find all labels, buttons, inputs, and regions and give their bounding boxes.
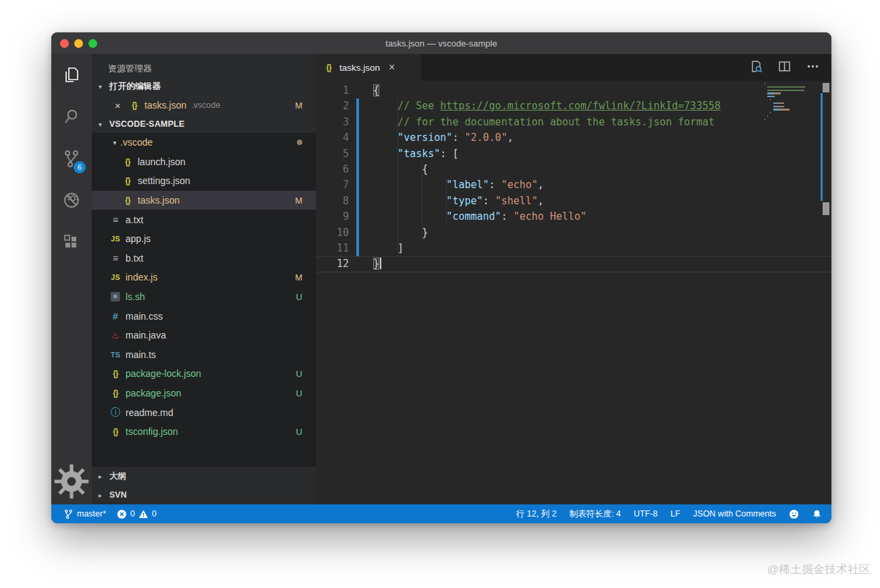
code-line-4[interactable]: 4 "version": "2.0.0", [316,130,831,146]
titlebar[interactable]: tasks.json — vscode-sample [51,32,831,54]
close-tab-icon[interactable]: × [389,61,395,74]
code-line-11[interactable]: 11 ] [316,241,831,256]
sidebar-sections: ▸大纲▸SVN [92,466,316,504]
open-changes-button[interactable] [750,60,763,76]
activity-bar: 6 [51,54,92,504]
close-editor-icon[interactable]: × [115,100,128,111]
text-cursor [380,258,381,269]
activity-source-control[interactable]: 6 [51,138,92,179]
open-editors-header[interactable]: ▾ 打开的编辑器 [92,78,316,95]
js-icon: JS [109,235,121,243]
tree-item-ls.sh[interactable]: ≡ls.shU [92,287,316,307]
code-line-8[interactable]: 8 "type": "shell", [316,194,831,209]
java-icon: ♨ [109,330,121,341]
tree-item-a.txt[interactable]: ≡a.txt [92,210,316,229]
line-number: 2 [316,98,349,114]
code-line-5[interactable]: 5 "tasks": [ [316,146,831,162]
status-cursor-position[interactable]: 行 12, 列 2 [516,508,557,520]
gutter-modified-indicator [349,162,373,177]
braces-icon: {} [121,176,134,185]
braces-icon: {} [121,157,134,167]
tree-item-main.java[interactable]: ♨main.java [92,326,316,345]
activity-debug-disabled[interactable] [51,179,92,221]
tab-bar: {} tasks.json × [316,54,831,81]
git-status-dot [297,140,302,145]
activity-search[interactable] [51,96,92,138]
feedback-smiley-icon[interactable] [789,509,799,519]
notifications-bell-icon[interactable] [812,509,822,519]
braces-icon: {} [109,369,121,378]
code-line-3[interactable]: 3 // for the documentation about the tas… [316,115,831,130]
code-line-7[interactable]: 7 "label": "echo", [316,177,831,193]
scm-badge: 6 [74,161,86,173]
gutter-modified-indicator [349,209,373,225]
status-eol[interactable]: LF [670,509,680,519]
git-status-badge: U [296,369,302,379]
git-status-badge: M [295,100,302,111]
chevron-right-icon: ▸ [99,473,109,480]
code-line-6[interactable]: 6 { [316,162,831,177]
tree-item-main.ts[interactable]: TSmain.ts [92,345,316,365]
explorer-sidebar: 资源管理器 ▾ 打开的编辑器 ×{}tasks.json.vscodeM ▾ V… [92,54,316,504]
tab-label: tasks.json [339,63,380,73]
status-encoding[interactable]: UTF-8 [634,509,657,519]
editor-body[interactable]: 1{2 // See https://go.microsoft.com/fwli… [316,81,831,504]
line-number: 3 [316,115,349,130]
activity-extensions[interactable] [51,221,92,263]
braces-icon: {} [109,427,121,436]
tree-item-settings.json[interactable]: {}settings.json [92,171,316,191]
git-status-badge: U [296,292,302,302]
braces-icon: {} [121,196,134,205]
split-editor-button[interactable] [778,60,791,76]
activity-settings[interactable] [51,464,92,499]
tree-item-readme.md[interactable]: ⓘreadme.md [92,403,316,422]
js-icon: JS [109,273,121,281]
tree-item-.vscode[interactable]: ▾.vscode [92,133,316,152]
chevron-down-icon: ▾ [99,83,109,90]
section-SVN[interactable]: ▸SVN [92,486,316,504]
editor-group: {} tasks.json × 1{2 // See https://go.mi… [316,54,831,504]
code-line-12[interactable]: 12} [316,256,831,272]
modified-region-mark [821,93,823,201]
bracket-mark [823,202,829,215]
gutter-modified-indicator [349,241,373,256]
ts-icon: TS [109,351,121,359]
problems-indicator[interactable]: 0 0 [114,509,159,519]
window-title: tasks.json — vscode-sample [51,38,831,49]
tree-item-index.js[interactable]: JSindex.jsM [92,268,316,287]
braces-icon: {} [109,388,121,398]
scrollbar-overview-ruler[interactable] [819,81,831,504]
tree-item-package.json[interactable]: {}package.jsonU [92,384,316,403]
open-editor-tasks.json[interactable]: ×{}tasks.json.vscodeM [92,95,316,115]
code-line-1[interactable]: 1{ [316,83,831,98]
line-number: 4 [316,130,349,146]
git-branch-indicator[interactable]: master* [61,509,109,519]
tree-item-tasks.json[interactable]: {}tasks.jsonM [92,191,316,210]
chevron-right-icon: ▸ [99,492,109,499]
tree-item-app.js[interactable]: JSapp.js [92,229,316,249]
section-大纲[interactable]: ▸大纲 [92,467,316,486]
tree-item-launch.json[interactable]: {}launch.json [92,152,316,172]
line-number: 6 [316,162,349,177]
git-status-badge: M [295,272,302,283]
tree-item-main.css[interactable]: #main.css [92,306,316,326]
code-line-2[interactable]: 2 // See https://go.microsoft.com/fwlink… [316,98,831,114]
gutter-modified-indicator [349,194,373,209]
code-line-9[interactable]: 9 "command": "echo Hello" [316,209,831,225]
vscode-window: tasks.json — vscode-sample 6 资源管理器 ▾ 打开的… [51,32,831,523]
line-number: 10 [316,225,349,241]
code-line-10[interactable]: 10 } [316,225,831,241]
status-tab-size[interactable]: 制表符长度: 4 [570,508,621,520]
project-root-header[interactable]: ▾ VSCODE-SAMPLE [92,115,316,133]
activity-explorer[interactable] [51,54,92,96]
line-number: 11 [316,241,349,256]
tree-item-b.txt[interactable]: ≡b.txt [92,249,316,268]
tree-item-tsconfig.json[interactable]: {}tsconfig.jsonU [92,422,316,442]
code-area[interactable]: 1{2 // See https://go.microsoft.com/fwli… [316,81,831,504]
gutter-modified-indicator [349,115,373,130]
css-icon: # [109,311,121,322]
tree-item-package-lock.json[interactable]: {}package-lock.jsonU [92,364,316,384]
more-actions-button[interactable] [806,60,819,76]
status-language-mode[interactable]: JSON with Comments [693,509,776,519]
tab-tasks-json[interactable]: {} tasks.json × [316,54,422,81]
